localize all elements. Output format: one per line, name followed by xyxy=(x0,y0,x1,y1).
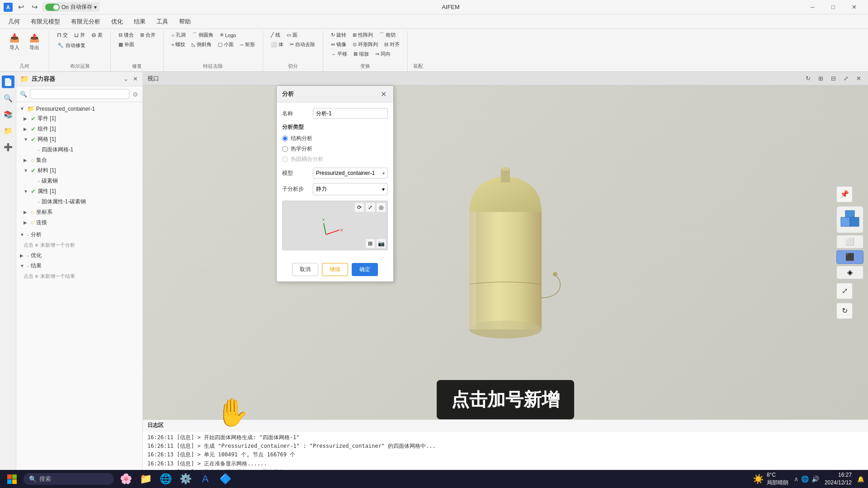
radio-thermal[interactable]: 热学分析 xyxy=(282,145,388,153)
viewport-3d[interactable]: 📌 ⬜ ⬛ ◈ ⤢ ↻ xyxy=(143,85,868,419)
tree-item-assemblies[interactable]: ▶ ✔ 组件 [1] xyxy=(16,124,142,134)
continue-button[interactable]: 继续 xyxy=(322,263,348,276)
cancel-button[interactable]: 取消 xyxy=(292,263,318,276)
menu-results[interactable]: 结果 xyxy=(129,16,150,28)
ribbon-btn-union[interactable]: ⊔ 并 xyxy=(72,31,87,39)
ribbon-btn-intersect[interactable]: ⊓ 交 xyxy=(55,31,70,39)
minimize-button[interactable]: ─ xyxy=(802,0,823,14)
viewport-expand-btn[interactable]: ⤢ xyxy=(841,74,851,84)
tree-item-analysis[interactable]: ▼ · 分析 xyxy=(16,230,142,240)
ribbon-btn-split-body[interactable]: ⬜ 体 xyxy=(269,40,286,49)
tree-item-optimization[interactable]: ▶ · 优化 xyxy=(16,250,142,261)
systray-chevron-icon[interactable]: ∧ xyxy=(794,475,798,483)
tree-item-connections[interactable]: ▶ ○ 连接 xyxy=(16,217,142,228)
viewport-split-btn[interactable]: ⊟ xyxy=(828,74,838,84)
ribbon-btn-patch[interactable]: ▦ 补面 xyxy=(116,40,137,49)
add-result-hint[interactable]: 点击 ⊕ 来新增一个结果 xyxy=(16,271,142,282)
taskbar-search-bar[interactable]: 🔍 搜索 xyxy=(24,473,114,485)
redo-button[interactable]: ↪ xyxy=(29,2,40,13)
ribbon-btn-circular-array[interactable]: ⊙ 环形阵列 xyxy=(350,40,380,49)
ribbon-btn-auto-remove[interactable]: ✂ 自动去除 xyxy=(288,40,317,49)
ribbon-btn-fillet[interactable]: ⌒ 倒圆角 xyxy=(190,31,216,39)
mini-tool-rotate[interactable]: ⟳ xyxy=(355,203,364,212)
ribbon-btn-import[interactable]: 📥 导入 xyxy=(5,31,24,53)
ribbon-btn-linear-array[interactable]: ⊞ 性阵列 xyxy=(350,31,375,39)
ribbon-btn-tangent[interactable]: ⌒ 相切 xyxy=(377,31,398,39)
viewport-layout-btn[interactable]: ⊞ xyxy=(816,74,826,84)
tree-item-results[interactable]: ▼ · 结果 xyxy=(16,261,142,271)
ribbon-btn-rotate[interactable]: ↻ 旋转 xyxy=(329,31,349,39)
ribbon-btn-split-face[interactable]: ▭ 面 xyxy=(284,31,300,39)
vr-tool-refresh[interactable]: ↻ xyxy=(836,303,853,319)
menu-fem-model[interactable]: 有限元模型 xyxy=(26,16,65,28)
menu-fem-analysis[interactable]: 有限元分析 xyxy=(66,16,105,28)
viewport-refresh-btn[interactable]: ↻ xyxy=(803,74,813,84)
radio-structural[interactable]: 结构分析 xyxy=(282,135,388,142)
systray-sound-icon[interactable]: 🔊 xyxy=(811,475,819,483)
taskbar-app-extra1[interactable]: 🔷 xyxy=(217,471,233,487)
ribbon-btn-short[interactable]: ─ 矩形 xyxy=(238,40,257,49)
model-select[interactable]: Pressurized_container-1 ▾ xyxy=(313,168,388,178)
panel-close-btn[interactable]: ✕ xyxy=(132,75,139,83)
panel-expand-btn[interactable]: ⌄ xyxy=(123,75,129,83)
tree-item-materials[interactable]: ▼ ✔ 材料 [1] xyxy=(16,165,142,176)
search-input[interactable] xyxy=(30,89,129,99)
mini-tool-target[interactable]: ◎ xyxy=(377,203,386,212)
taskbar-start-btn[interactable] xyxy=(4,471,20,487)
ribbon-btn-subtract[interactable]: ⊖ 差 xyxy=(89,31,105,39)
menu-optimization[interactable]: 优化 xyxy=(107,16,127,28)
ribbon-btn-split-line[interactable]: ╱ 线 xyxy=(269,31,283,39)
ribbon-btn-autofix[interactable]: 🔧 自动修复 xyxy=(55,40,88,51)
tree-item-steel[interactable]: · 碳素钢 xyxy=(16,176,142,186)
ribbon-btn-hole[interactable]: ○ 孔洞 xyxy=(169,31,188,39)
taskbar-app-flower[interactable]: 🌸 xyxy=(118,471,134,487)
mini-tool-expand[interactable]: ⤢ xyxy=(366,203,375,212)
cube-navigator[interactable] xyxy=(836,206,863,233)
tree-item-properties[interactable]: ▼ ✔ 属性 [1] xyxy=(16,186,142,197)
ribbon-btn-same-dir[interactable]: ⇒ 同向 xyxy=(373,50,393,58)
name-input[interactable] xyxy=(313,108,388,119)
mini-tool-grid[interactable]: ⊞ xyxy=(366,239,375,248)
tree-item-sets[interactable]: ▶ ○ 集合 xyxy=(16,155,142,165)
close-button[interactable]: ✕ xyxy=(844,0,864,14)
menu-geometry[interactable]: 几何 xyxy=(4,16,24,28)
menu-help[interactable]: 帮助 xyxy=(175,16,195,28)
ribbon-btn-translate[interactable]: → 平移 xyxy=(329,50,349,58)
tree-item-prop1[interactable]: · 固体属性-1-碳素钢 xyxy=(16,197,142,207)
ribbon-btn-logo[interactable]: ※ Logo xyxy=(217,31,238,39)
maximize-button[interactable]: □ xyxy=(823,0,844,14)
sidebar-icon-folder[interactable]: 📁 xyxy=(2,124,14,137)
sidebar-icon-add[interactable]: ➕ xyxy=(2,141,14,153)
ribbon-btn-mirror[interactable]: ⇔ 镜像 xyxy=(329,40,349,49)
weather-widget[interactable]: ☀️ 8°C 局部晴朗 xyxy=(753,471,788,487)
sidebar-icon-search[interactable]: 🔍 xyxy=(2,92,14,104)
substep-select[interactable]: 静力 ▾ xyxy=(313,183,388,195)
ribbon-btn-export[interactable]: 📤 导出 xyxy=(25,31,43,53)
vr-tool-cube2[interactable]: ⬜ xyxy=(836,235,863,249)
ribbon-btn-sew[interactable]: ⊟ 缝合 xyxy=(116,31,136,39)
systray-network-icon[interactable]: 🌐 xyxy=(801,475,809,483)
menu-tools[interactable]: 工具 xyxy=(152,16,173,28)
mini-tool-screenshot[interactable]: 📷 xyxy=(377,239,386,248)
tree-item-mesh[interactable]: ▼ ✔ 网格 [1] xyxy=(16,134,142,145)
ribbon-btn-merge[interactable]: ⊞ 合并 xyxy=(138,31,158,39)
notifications-icon[interactable]: 🔔 xyxy=(857,476,864,483)
taskbar-app-aifem[interactable]: A xyxy=(197,471,213,487)
ribbon-btn-scale[interactable]: ⊠ 缩放 xyxy=(351,50,371,58)
vr-tool-expand[interactable]: ⤢ xyxy=(836,283,853,299)
taskbar-app-files[interactable]: 📁 xyxy=(137,471,154,487)
confirm-button[interactable]: 确定 xyxy=(352,263,378,276)
ribbon-btn-chamfer[interactable]: ◺ 倒斜角 xyxy=(189,40,214,49)
ribbon-btn-thread[interactable]: ≈ 螺纹 xyxy=(169,40,188,49)
vr-tool-solid[interactable]: ⬛ xyxy=(836,250,863,264)
undo-button[interactable]: ↩ xyxy=(15,2,26,13)
radio-structural-input[interactable] xyxy=(282,136,288,141)
viewport-close-btn[interactable]: ✕ xyxy=(854,74,863,84)
add-analysis-hint[interactable]: 点击 ⊕ 来新增一个分析 xyxy=(16,240,142,250)
taskbar-app-settings[interactable]: ⚙️ xyxy=(177,471,193,487)
tree-item-mesh1[interactable]: · 四面体网格-1 xyxy=(16,145,142,155)
sidebar-icon-panel[interactable]: 📄 xyxy=(2,75,14,88)
taskbar-app-browser[interactable]: 🌐 xyxy=(157,471,174,487)
tree-item-parts[interactable]: ▶ ✔ 零件 [1] xyxy=(16,113,142,124)
tree-item-root[interactable]: ▼ 📁 Pressurized_container-1 xyxy=(16,104,142,113)
